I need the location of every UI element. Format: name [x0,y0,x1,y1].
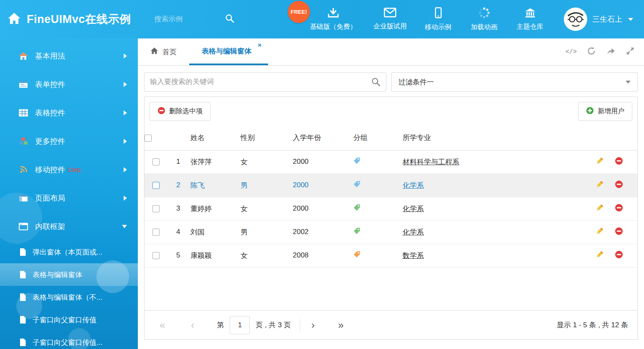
major-link[interactable]: 化学系 [403,181,424,189]
column-header-major[interactable]: 所学专业 [403,126,582,150]
home-icon [18,52,28,60]
row-checkbox[interactable] [152,229,160,236]
delete-row-button[interactable] [615,204,623,214]
sidebar-item-page-layout[interactable]: 页面布局 [0,184,138,212]
column-header-gender[interactable]: 性别 [241,126,293,150]
column-header-name[interactable]: 姓名 [190,126,241,150]
column-header-year[interactable]: 入学年份 [293,126,353,150]
user-menu[interactable]: 三生石上 [564,8,633,31]
corp-badge: Corp. [68,166,82,173]
delete-row-button[interactable] [615,180,623,191]
share-button[interactable] [606,46,616,57]
sidebar-item-more-controls[interactable]: 更多控件 [0,127,138,155]
app-window: FineUIMvc在线示例 FREE! 基础版（免费） 企业版试用 [0,0,644,349]
file-icon [18,270,27,279]
close-icon[interactable]: × [258,42,261,48]
nav-theme-store[interactable]: 主题仓库 [515,7,545,31]
row-number: 1 [176,158,180,166]
major-link[interactable]: 材料科学与工程系 [403,158,459,166]
filter-dropdown[interactable]: 过滤条件一 [391,72,638,92]
chevron-right-icon [124,139,127,144]
nav-loading-animation[interactable]: 加载动画 [469,7,499,32]
row-checkbox[interactable] [152,252,160,259]
sidebar-subitem-child-to-parent-2[interactable]: 子窗口向父窗口传值... [0,331,138,349]
row-checkbox[interactable] [152,205,160,212]
source-code-button[interactable]: </> [565,48,577,56]
row-checkbox[interactable] [152,182,160,189]
filter-row: 过滤条件一 [144,72,638,92]
nav-enterprise-trial[interactable]: 企业版试用 [373,8,407,31]
fullscreen-button[interactable] [626,46,635,57]
major-link[interactable]: 数学系 [403,252,424,260]
sidebar-subitem-grid-edit-window-2[interactable]: 表格与编辑窗体（不... [0,286,138,308]
table-row[interactable]: 4 刘国 男 2002 化学系 [145,220,637,244]
sidebar-item-label: 更多控件 [35,136,65,146]
data-table: 姓名 性别 入学年份 分组 所学专业 [145,126,637,267]
app-logo[interactable]: FineUIMvc在线示例 [8,12,131,27]
edit-button[interactable] [596,157,604,167]
nav-mobile-demo[interactable]: 移动示例 [423,7,453,32]
edit-button[interactable] [596,250,604,260]
download-icon [327,7,339,20]
next-page-button[interactable]: › [311,320,314,330]
pagination-bar: « ‹ 第 页 , 共 3 页 › » 显示 1 - 5 条 , 共 12 条 [145,310,637,339]
sidebar-subitem-popup-window[interactable]: 弹出窗体（本页面或... [0,241,138,263]
table-row-selected[interactable]: 2 陈飞 男 2000 化学系 [145,173,637,197]
edit-button[interactable] [596,180,604,190]
chevron-right-icon [124,196,127,201]
home-logo-icon [8,12,21,26]
delete-row-button[interactable] [615,250,623,261]
page-label-prefix: 第 [217,320,224,330]
table-header-row: 姓名 性别 入学年份 分组 所学专业 [145,126,637,150]
sidebar-subitem-grid-edit-window[interactable]: 表格与编辑窗体 [0,263,138,286]
pencil-icon [596,204,604,214]
tab-home[interactable]: 首页 [138,38,189,65]
pencil-icon [596,157,604,167]
prev-page-button[interactable]: ‹ [191,320,194,330]
first-page-button[interactable]: « [160,320,165,330]
main-area: 首页 表格与编辑窗体 × </> [138,38,644,349]
table-row[interactable]: 3 董婷婷 女 2000 化学系 [145,197,637,220]
major-link[interactable]: 化学系 [403,205,424,213]
sidebar-item-mobile-controls[interactable]: 移动控件 Corp. [0,155,138,184]
edit-button[interactable] [596,227,604,237]
frame-icon [18,223,28,230]
table-row[interactable]: 5 康颖颖 女 2008 数学系 [145,244,637,267]
sidebar-item-grid-controls[interactable]: 表格控件 [0,99,138,127]
sidebar-item-form-controls[interactable]: 表单控件 [0,70,138,99]
nav-basic-free[interactable]: 基础版（免费） [310,7,357,31]
row-number: 3 [176,204,180,212]
refresh-button[interactable] [587,46,596,57]
row-checkbox[interactable] [152,158,160,166]
cell-year: 2000 [293,204,309,212]
select-all-checkbox[interactable] [145,135,152,142]
search-icon[interactable] [371,77,381,89]
page-label-suffix: 页 , 共 3 页 [256,320,291,330]
delete-row-button[interactable] [615,157,623,167]
chevron-down-icon [122,225,127,228]
sidebar-item-iframe[interactable]: 内联框架 [0,212,138,241]
delete-selected-button[interactable]: 删除选中项 [150,102,210,121]
cell-gender: 女 [241,158,248,166]
major-link[interactable]: 化学系 [403,228,424,236]
edit-button[interactable] [596,204,604,214]
table-row[interactable]: 1 张萍萍 女 2000 材料科学与工程系 [145,150,637,173]
pencil-icon [596,180,604,190]
free-badge: FREE! [288,1,310,23]
cell-gender: 女 [241,205,248,213]
last-page-button[interactable]: » [338,320,343,330]
cell-year: 2000 [293,181,309,189]
sidebar-item-basic-usage[interactable]: 基本用法 [0,42,138,70]
keyword-input[interactable] [144,72,386,92]
keyword-search [144,72,386,92]
tab-grid-edit-window[interactable]: 表格与编辑窗体 × [189,38,268,65]
add-user-button[interactable]: 新增用户 [578,102,632,121]
top-header: FineUIMvc在线示例 FREE! 基础版（免费） 企业版试用 [0,0,644,38]
header-search-input[interactable] [155,15,217,23]
sidebar-subitem-child-to-parent[interactable]: 子窗口向父窗口传值 [0,308,138,331]
page-number-input[interactable] [230,316,250,334]
delete-row-button[interactable] [615,227,623,237]
column-header-group[interactable]: 分组 [353,126,403,150]
table-empty-space [145,267,637,311]
search-icon[interactable] [225,13,235,25]
